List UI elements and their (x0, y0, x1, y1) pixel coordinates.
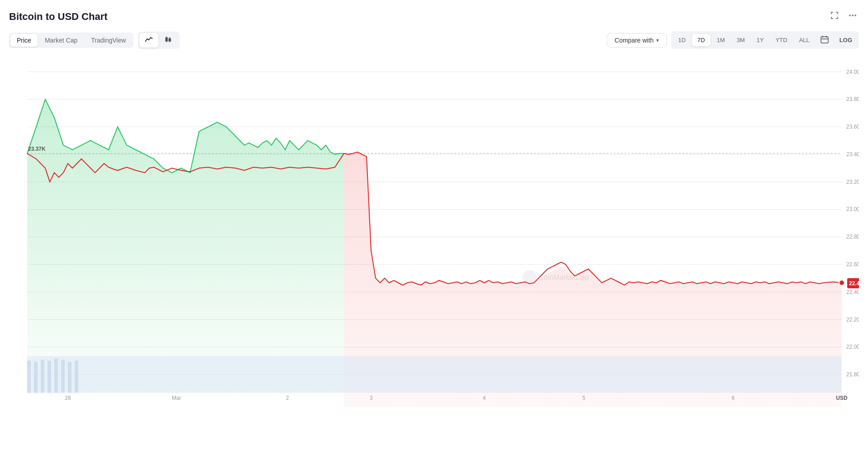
svg-text:2: 2 (286, 395, 289, 401)
svg-rect-34 (48, 361, 51, 393)
svg-rect-36 (61, 360, 65, 393)
toolbar: Price Market Cap TradingView (9, 31, 859, 49)
svg-rect-38 (75, 361, 78, 393)
tab-tradingview[interactable]: TradingView (85, 34, 132, 47)
chart-title: Bitcoin to USD Chart (9, 11, 108, 23)
svg-text:23.37K: 23.37K (28, 146, 46, 152)
line-chart-button[interactable] (139, 33, 158, 48)
svg-text:5: 5 (582, 395, 586, 401)
svg-text:28: 28 (65, 395, 71, 401)
svg-text:3: 3 (370, 395, 373, 401)
candle-chart-button[interactable] (159, 33, 178, 48)
time-3m[interactable]: 3M (731, 34, 750, 46)
time-period-group: 1D 7D 1M 3M 1Y YTD ALL LOG (671, 31, 859, 49)
time-all[interactable]: ALL (794, 34, 815, 46)
svg-text:22.40K: 22.40K (846, 289, 859, 295)
svg-text:23.20K: 23.20K (846, 179, 859, 185)
svg-text:23.00K: 23.00K (846, 206, 859, 212)
chart-type-tabs: Price Market Cap TradingView (9, 33, 134, 48)
time-1m[interactable]: 1M (711, 34, 730, 46)
svg-point-1 (852, 14, 854, 16)
svg-rect-32 (34, 362, 38, 393)
chart-container: Bitcoin to USD Chart Price Market Cap (0, 0, 868, 451)
tab-price[interactable]: Price (10, 34, 38, 47)
expand-button[interactable] (828, 9, 841, 24)
svg-rect-9 (821, 37, 828, 43)
svg-text:4: 4 (483, 395, 486, 401)
svg-text:23.80K: 23.80K (846, 96, 859, 102)
svg-text:21.80K: 21.80K (846, 371, 859, 378)
svg-text:CoinMarketCap: CoinMarketCap (539, 273, 589, 281)
calendar-button[interactable] (816, 33, 833, 48)
chart-area: 24.00K 23.80K 23.60K 23.40K 23.20K 23.00… (9, 53, 859, 407)
price-chart-svg: 24.00K 23.80K 23.60K 23.40K 23.20K 23.00… (9, 53, 859, 407)
svg-rect-37 (68, 362, 72, 393)
svg-text:22.20K: 22.20K (846, 317, 859, 323)
chart-style-group (138, 32, 180, 49)
svg-point-0 (849, 14, 851, 16)
compare-with-button[interactable]: Compare with ▾ (607, 33, 667, 48)
time-1d[interactable]: 1D (672, 34, 691, 46)
svg-text:22.00K: 22.00K (846, 344, 859, 350)
time-ytd[interactable]: YTD (770, 34, 793, 46)
svg-point-63 (522, 270, 537, 284)
compare-label: Compare with (615, 37, 653, 44)
svg-rect-6 (169, 38, 171, 41)
log-button[interactable]: LOG (834, 34, 858, 46)
time-7d[interactable]: 7D (692, 34, 711, 46)
chevron-down-icon: ▾ (656, 37, 659, 43)
svg-text:6: 6 (732, 395, 735, 401)
svg-rect-35 (54, 359, 58, 393)
chart-header: Bitcoin to USD Chart (9, 9, 859, 24)
svg-rect-3 (166, 38, 167, 41)
svg-text:22.42K: 22.42K (849, 280, 859, 286)
svg-text:Mar: Mar (172, 395, 181, 401)
svg-rect-31 (27, 361, 31, 393)
svg-text:USD: USD (836, 395, 848, 401)
svg-text:23.60K: 23.60K (846, 124, 859, 130)
header-icons (828, 9, 859, 24)
svg-rect-33 (41, 360, 44, 393)
time-1y[interactable]: 1Y (751, 34, 769, 46)
svg-point-39 (839, 280, 844, 285)
svg-text:22.60K: 22.60K (846, 261, 859, 268)
more-options-button[interactable] (846, 9, 859, 24)
svg-text:22.80K: 22.80K (846, 234, 859, 240)
tab-marketcap[interactable]: Market Cap (38, 34, 84, 47)
svg-point-2 (854, 14, 856, 16)
svg-text:24.00K: 24.00K (846, 69, 859, 75)
svg-rect-30 (27, 356, 842, 393)
svg-text:23.40K: 23.40K (846, 151, 859, 158)
